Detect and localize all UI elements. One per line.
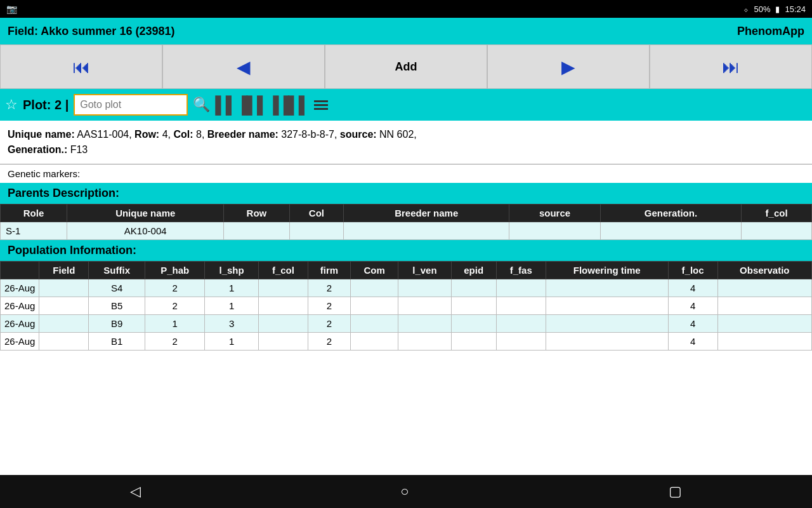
- population-col-header: Field: [39, 262, 89, 279]
- android-back-button[interactable]: ◁: [130, 483, 141, 500]
- table-cell: 1: [205, 297, 259, 315]
- table-cell: 1: [205, 279, 259, 297]
- population-col-header: epid: [451, 262, 496, 279]
- table-cell: 4: [668, 315, 717, 333]
- row-label: Row:: [134, 129, 159, 140]
- population-col-header: firm: [308, 262, 350, 279]
- table-cell: [496, 279, 546, 297]
- table-cell: [398, 333, 451, 351]
- list-item: 26-AugB12124: [1, 333, 812, 351]
- generation-value: F13: [70, 144, 88, 155]
- table-cell: [546, 279, 668, 297]
- breeder-name-value: 327-8-b-8-7,: [281, 129, 337, 140]
- population-col-header: Com: [351, 262, 398, 279]
- search-icon[interactable]: 🔍: [193, 97, 210, 113]
- menu-icon[interactable]: [314, 100, 328, 110]
- source-value: NN 602,: [379, 129, 417, 140]
- table-cell: 26-Aug: [1, 315, 39, 333]
- table-cell: 3: [205, 315, 259, 333]
- plot-label: Plot: 2 |: [23, 98, 69, 112]
- parents-col-header: Role: [1, 204, 67, 222]
- double-back-button[interactable]: ⏮: [0, 44, 162, 89]
- android-nav: ◁ ○ ▢: [0, 475, 812, 508]
- population-col-header: Flowering time: [546, 262, 668, 279]
- table-cell: 1: [145, 315, 205, 333]
- population-col-header: l_ven: [398, 262, 451, 279]
- double-forward-button[interactable]: ⏭: [650, 44, 812, 89]
- table-cell: B1: [89, 333, 145, 351]
- battery-percent: 50%: [754, 4, 770, 14]
- table-cell: [39, 297, 89, 315]
- table-cell: 2: [145, 333, 205, 351]
- add-button[interactable]: Add: [325, 44, 487, 89]
- favorite-star-icon[interactable]: ☆: [5, 97, 18, 113]
- table-cell: [398, 315, 451, 333]
- info-line-2: Generation.: F13: [8, 142, 804, 157]
- table-row: S-1AK10-004: [1, 222, 812, 240]
- population-col-header: P_hab: [145, 262, 205, 279]
- population-section: Population Information: FieldSuffixP_hab…: [0, 240, 812, 351]
- table-cell: [258, 297, 308, 315]
- list-item: 26-AugS42124: [1, 279, 812, 297]
- table-cell: [451, 333, 496, 351]
- table-cell: [496, 315, 546, 333]
- table-cell: 26-Aug: [1, 297, 39, 315]
- table-cell: 2: [145, 279, 205, 297]
- table-cell: [258, 315, 308, 333]
- population-col-header: Observatio: [717, 262, 811, 279]
- table-cell: [742, 222, 812, 240]
- table-cell: [224, 222, 289, 240]
- forward-button[interactable]: ▶: [487, 44, 650, 89]
- table-cell: [398, 279, 451, 297]
- genetic-markers-label: Genetic markers:: [8, 168, 80, 179]
- app-name: PhenomApp: [737, 25, 804, 38]
- table-cell: 4: [668, 297, 717, 315]
- table-cell: [717, 279, 811, 297]
- table-cell: [289, 222, 344, 240]
- population-header: Population Information:: [0, 240, 812, 261]
- table-cell: [600, 222, 741, 240]
- col-label: Col:: [173, 129, 193, 140]
- back-button[interactable]: ◀: [162, 44, 325, 89]
- android-home-button[interactable]: ○: [400, 483, 409, 500]
- signal-icon: ⬦: [743, 4, 749, 14]
- table-cell: 26-Aug: [1, 279, 39, 297]
- list-item: 26-AugB52124: [1, 297, 812, 315]
- table-cell: 26-Aug: [1, 333, 39, 351]
- table-cell: [546, 297, 668, 315]
- table-cell: 4: [668, 279, 717, 297]
- table-cell: [351, 315, 398, 333]
- parents-col-header: Col: [289, 204, 344, 222]
- status-bar: 📷 ⬦ 50% ▮ 15:24: [0, 0, 812, 18]
- parents-col-header: Breeder name: [344, 204, 509, 222]
- table-cell: [496, 333, 546, 351]
- table-cell: [258, 333, 308, 351]
- list-item: 26-AugB91324: [1, 315, 812, 333]
- table-cell: [351, 279, 398, 297]
- table-cell: [344, 222, 509, 240]
- population-table-wrap: FieldSuffixP_habl_shpf_colfirmComl_venep…: [0, 261, 812, 351]
- plot-bar: ☆ Plot: 2 | 🔍 ▌▌▐▌▌▐▐▌▌: [0, 89, 812, 121]
- table-cell: B5: [89, 297, 145, 315]
- parents-header-row: RoleUnique nameRowColBreeder namesourceG…: [1, 204, 812, 222]
- table-cell: [546, 315, 668, 333]
- table-cell: 2: [308, 333, 350, 351]
- barcode-icon[interactable]: ▌▌▐▌▌▐▐▌▌: [215, 95, 309, 115]
- field-label: Field: Akko summer 16 (23981): [8, 25, 174, 38]
- unique-name-value: AAS11-004,: [77, 129, 131, 140]
- table-cell: 1: [205, 333, 259, 351]
- population-col-header: f_fas: [496, 262, 546, 279]
- generation-label: Generation.:: [8, 144, 67, 155]
- table-cell: 2: [308, 297, 350, 315]
- table-cell: [546, 333, 668, 351]
- parents-table-wrap: RoleUnique nameRowColBreeder namesourceG…: [0, 204, 812, 240]
- android-recent-button[interactable]: ▢: [669, 483, 682, 500]
- parents-section: Parents Description: RoleUnique nameRowC…: [0, 183, 812, 240]
- parents-col-header: f_col: [742, 204, 812, 222]
- goto-plot-input[interactable]: [74, 94, 188, 116]
- table-cell: [451, 297, 496, 315]
- population-col-header: l_shp: [205, 262, 259, 279]
- table-cell: [39, 315, 89, 333]
- info-line-1: Unique name: AAS11-004, Row: 4, Col: 8, …: [8, 127, 804, 142]
- info-section: Unique name: AAS11-004, Row: 4, Col: 8, …: [0, 121, 812, 164]
